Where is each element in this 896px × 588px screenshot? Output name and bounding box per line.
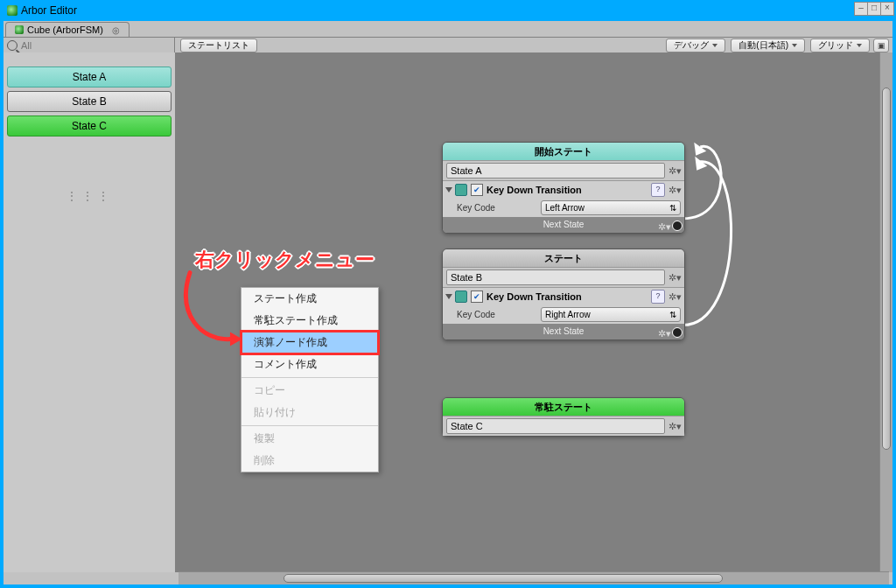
- debug-label: デバッグ: [674, 39, 709, 52]
- node-title: 開始ステート: [443, 143, 684, 160]
- annotation-label: 右クリックメニュー: [195, 247, 374, 273]
- help-icon[interactable]: ?: [651, 290, 665, 304]
- window-title-bar: Arbor Editor: [4, 2, 892, 19]
- state-list-label: ステートリスト: [188, 39, 249, 52]
- debug-dropdown[interactable]: デバッグ: [666, 38, 725, 52]
- search-input[interactable]: [18, 39, 171, 52]
- menu-paste: 貼り付け: [242, 402, 378, 424]
- output-port[interactable]: [672, 327, 682, 338]
- language-dropdown[interactable]: 自動(日本語): [731, 38, 805, 52]
- menu-separator: [242, 377, 378, 378]
- prop-label: Key Code: [457, 203, 536, 213]
- window-minimize-button[interactable]: –: [854, 2, 868, 16]
- sidebar-resize-handle[interactable]: ⋮⋮⋮: [4, 189, 175, 203]
- dropdown-value: Left Arrow: [545, 203, 584, 213]
- gear-icon[interactable]: ✲▾: [658, 326, 670, 341]
- state-name-input[interactable]: [446, 163, 665, 178]
- gear-icon[interactable]: ✲▾: [668, 291, 681, 303]
- keycode-dropdown[interactable]: Right Arrow ⇅: [541, 307, 681, 322]
- chevron-updown-icon: ⇅: [669, 203, 676, 213]
- behaviour-name: Key Down Transition: [486, 291, 648, 302]
- gear-icon[interactable]: ✲▾: [668, 185, 681, 196]
- gear-icon[interactable]: ✲▾: [668, 421, 681, 432]
- sidebar-item-label: State A: [73, 71, 107, 83]
- state-name-input[interactable]: [446, 270, 665, 285]
- window-title: Arbor Editor: [21, 4, 77, 17]
- editor-tabs-row: Cube (ArborFSM) ◎: [4, 21, 892, 38]
- state-list-sidebar: State A State B State C ⋮⋮⋮: [4, 52, 176, 572]
- node-state[interactable]: ステート ✲▾ ✔ Key Down Transition ? ✲▾ Key C…: [442, 248, 685, 340]
- node-title: 常駐ステート: [443, 398, 684, 416]
- language-label: 自動(日本語): [738, 39, 788, 52]
- chevron-updown-icon: ⇅: [669, 310, 676, 319]
- sidebar-search[interactable]: [4, 38, 175, 53]
- node-title: ステート: [443, 249, 684, 267]
- menu-separator: [242, 425, 378, 426]
- transition-slot[interactable]: Next State ✲▾: [443, 217, 684, 233]
- node-start-state[interactable]: 開始ステート ✲▾ ✔ Key Down Transition ? ✲▾ Key…: [442, 142, 685, 234]
- enable-checkbox[interactable]: ✔: [471, 184, 483, 196]
- menu-create-state[interactable]: ステート作成: [242, 288, 378, 310]
- menu-create-resident-state[interactable]: 常駐ステート作成: [242, 310, 378, 332]
- capture-button[interactable]: ▣: [873, 38, 889, 52]
- sidebar-item-state-b[interactable]: State B: [7, 91, 172, 112]
- search-icon: [7, 40, 18, 51]
- foldout-icon[interactable]: [445, 294, 452, 299]
- sidebar-item-state-a[interactable]: State A: [7, 66, 172, 88]
- gear-icon[interactable]: ✲▾: [668, 272, 681, 284]
- sidebar-item-label: State C: [72, 120, 107, 132]
- sidebar-item-label: State B: [72, 95, 106, 108]
- help-icon[interactable]: ?: [651, 183, 665, 197]
- svg-marker-0: [694, 143, 706, 156]
- menu-copy: コピー: [242, 380, 378, 402]
- dropdown-value: Right Arrow: [545, 310, 591, 319]
- foldout-icon[interactable]: [445, 187, 452, 192]
- graph-canvas[interactable]: 開始ステート ✲▾ ✔ Key Down Transition ? ✲▾ Key…: [176, 52, 892, 572]
- gear-icon[interactable]: ✲▾: [658, 219, 670, 234]
- output-port[interactable]: [672, 220, 682, 231]
- sidebar-item-state-c[interactable]: State C: [7, 116, 172, 136]
- canvas-horizontal-scrollbar[interactable]: [178, 571, 889, 584]
- enable-checkbox[interactable]: ✔: [471, 290, 483, 303]
- editor-tab[interactable]: Cube (ArborFSM) ◎: [5, 22, 130, 37]
- menu-duplicate: 複製: [242, 428, 378, 450]
- menu-create-comment[interactable]: コメント作成: [242, 354, 378, 375]
- behaviour-icon: [455, 184, 467, 196]
- chevron-down-icon: [712, 44, 718, 47]
- state-list-button[interactable]: ステートリスト: [180, 38, 257, 52]
- canvas-context-menu: ステート作成 常駐ステート作成 演算ノード作成 コメント作成 コピー 貼り付け: [241, 287, 379, 472]
- window-close-button[interactable]: ×: [880, 2, 894, 16]
- grid-label: グリッド: [818, 39, 853, 52]
- prop-label: Key Code: [457, 310, 536, 319]
- svg-marker-1: [695, 157, 707, 171]
- menu-delete: 削除: [242, 450, 378, 472]
- node-resident-state[interactable]: 常駐ステート ✲▾: [442, 397, 685, 437]
- behaviour-name: Key Down Transition: [486, 185, 648, 195]
- transition-slot[interactable]: Next State ✲▾: [443, 324, 684, 340]
- keycode-dropdown[interactable]: Left Arrow ⇅: [541, 200, 681, 215]
- scrollbar-thumb[interactable]: [284, 574, 723, 583]
- fsm-icon: [15, 25, 24, 34]
- tab-label: Cube (ArborFSM): [27, 24, 103, 35]
- grid-dropdown[interactable]: グリッド: [810, 38, 870, 52]
- tab-target-icon[interactable]: ◎: [112, 25, 120, 35]
- scrollbar-thumb[interactable]: [882, 88, 891, 450]
- menu-create-calculator[interactable]: 演算ノード作成: [242, 332, 378, 354]
- chevron-down-icon: [857, 44, 862, 47]
- chevron-down-icon: [792, 44, 797, 47]
- app-icon: [7, 5, 18, 16]
- behaviour-icon: [455, 290, 467, 303]
- window-maximize-button[interactable]: □: [867, 2, 881, 16]
- canvas-vertical-scrollbar[interactable]: [879, 52, 892, 572]
- gear-icon[interactable]: ✲▾: [668, 165, 681, 177]
- state-name-input[interactable]: [446, 418, 665, 434]
